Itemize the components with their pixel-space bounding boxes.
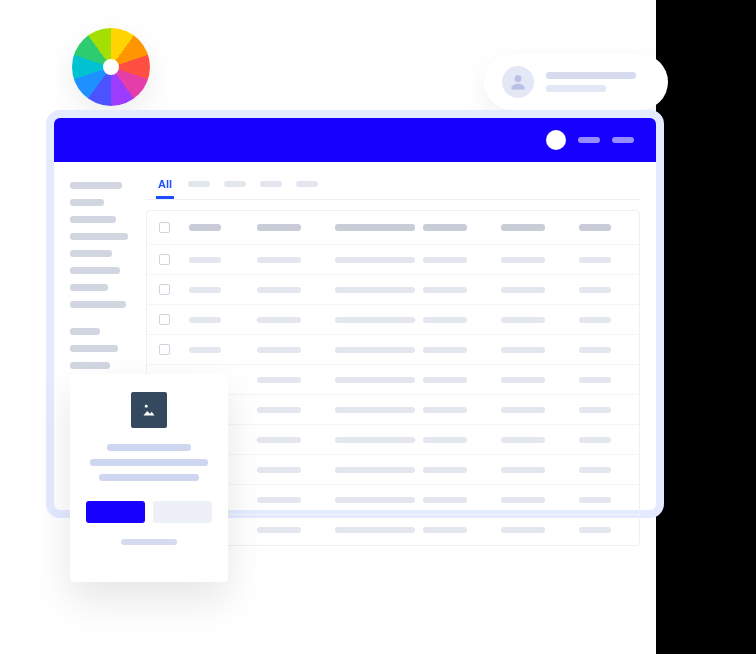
table-cell-placeholder [501, 257, 545, 263]
table-cell-placeholder [579, 317, 611, 323]
table-cell-placeholder [501, 347, 545, 353]
table-cell-placeholder [579, 497, 611, 503]
table-cell-placeholder [423, 407, 467, 413]
sidebar-item[interactable] [70, 216, 116, 223]
sidebar-item[interactable] [70, 345, 118, 352]
table-cell-placeholder [579, 377, 611, 383]
table-row[interactable] [147, 305, 639, 335]
table-cell-placeholder [335, 407, 415, 413]
image-icon [138, 399, 160, 421]
tab-placeholder[interactable] [296, 181, 318, 187]
user-profile-pill[interactable] [484, 54, 668, 110]
table-cell-placeholder [257, 257, 301, 263]
table-cell-placeholder [257, 347, 301, 353]
table-cell-placeholder [257, 527, 301, 533]
table-row[interactable] [147, 245, 639, 275]
table-cell-placeholder [579, 437, 611, 443]
table-cell-placeholder [423, 224, 467, 231]
table-cell-placeholder [501, 467, 545, 473]
table-cell-placeholder [335, 437, 415, 443]
table-cell-placeholder [579, 527, 611, 533]
table-cell-placeholder [257, 407, 301, 413]
table-cell-placeholder [335, 287, 415, 293]
table-cell-placeholder [423, 467, 467, 473]
table-cell-placeholder [335, 317, 415, 323]
table-cell-placeholder [579, 467, 611, 473]
sidebar-item[interactable] [70, 328, 100, 335]
image-placeholder [131, 392, 167, 428]
detail-card [70, 374, 228, 582]
table-cell-placeholder [579, 224, 611, 231]
table-cell-placeholder [257, 224, 301, 231]
table-cell-placeholder [335, 467, 415, 473]
table-cell-placeholder [335, 257, 415, 263]
sidebar-item[interactable] [70, 182, 122, 189]
table-cell-placeholder [423, 257, 467, 263]
card-text-placeholder [99, 474, 199, 481]
card-title-placeholder [107, 444, 191, 451]
table-cell-placeholder [501, 527, 545, 533]
avatar [502, 66, 534, 98]
table-cell-placeholder [189, 287, 221, 293]
table-cell-placeholder [335, 527, 415, 533]
table-cell-placeholder [257, 317, 301, 323]
app-header [54, 118, 656, 162]
table-cell-placeholder [501, 437, 545, 443]
tab-placeholder[interactable] [260, 181, 282, 187]
sidebar-item[interactable] [70, 267, 120, 274]
table-cell-placeholder [501, 377, 545, 383]
table-cell-placeholder [257, 437, 301, 443]
table-cell-placeholder [501, 317, 545, 323]
row-checkbox[interactable] [159, 284, 170, 295]
table-cell-placeholder [257, 497, 301, 503]
svg-point-1 [145, 405, 148, 408]
table-cell-placeholder [423, 527, 467, 533]
color-wheel-icon [72, 28, 150, 106]
sidebar-item[interactable] [70, 362, 110, 369]
table-row[interactable] [147, 335, 639, 365]
sidebar-item[interactable] [70, 284, 108, 291]
row-checkbox[interactable] [159, 344, 170, 355]
table-cell-placeholder [189, 347, 221, 353]
user-sub-placeholder [546, 85, 606, 92]
user-icon [508, 72, 528, 92]
tab-placeholder[interactable] [224, 181, 246, 187]
card-text-placeholder [90, 459, 208, 466]
card-primary-button[interactable] [86, 501, 145, 523]
decorative-dots [656, 0, 756, 654]
table-cell-placeholder [335, 347, 415, 353]
table-cell-placeholder [335, 377, 415, 383]
tab-all[interactable]: All [156, 176, 174, 199]
table-cell-placeholder [189, 317, 221, 323]
user-name-placeholder [546, 72, 636, 79]
header-menu-item[interactable] [578, 137, 600, 143]
table-cell-placeholder [501, 224, 545, 231]
row-checkbox[interactable] [159, 314, 170, 325]
tab-placeholder[interactable] [188, 181, 210, 187]
card-footer-link[interactable] [121, 539, 177, 545]
header-avatar-circle[interactable] [546, 130, 566, 150]
tabs: All [146, 176, 640, 200]
row-checkbox[interactable] [159, 222, 170, 233]
table-cell-placeholder [423, 287, 467, 293]
sidebar-item[interactable] [70, 301, 126, 308]
table-cell-placeholder [423, 347, 467, 353]
row-checkbox[interactable] [159, 254, 170, 265]
svg-point-0 [515, 75, 522, 82]
sidebar-item[interactable] [70, 199, 104, 206]
table-cell-placeholder [189, 224, 221, 231]
table-cell-placeholder [257, 467, 301, 473]
sidebar-item[interactable] [70, 233, 128, 240]
sidebar-item[interactable] [70, 250, 112, 257]
table-cell-placeholder [423, 497, 467, 503]
table-cell-placeholder [501, 497, 545, 503]
table-row[interactable] [147, 275, 639, 305]
header-menu-item[interactable] [612, 137, 634, 143]
table-cell-placeholder [579, 257, 611, 263]
table-cell-placeholder [579, 407, 611, 413]
table-cell-placeholder [189, 257, 221, 263]
table-cell-placeholder [335, 497, 415, 503]
table-cell-placeholder [423, 317, 467, 323]
card-secondary-button[interactable] [153, 501, 212, 523]
table-cell-placeholder [501, 407, 545, 413]
